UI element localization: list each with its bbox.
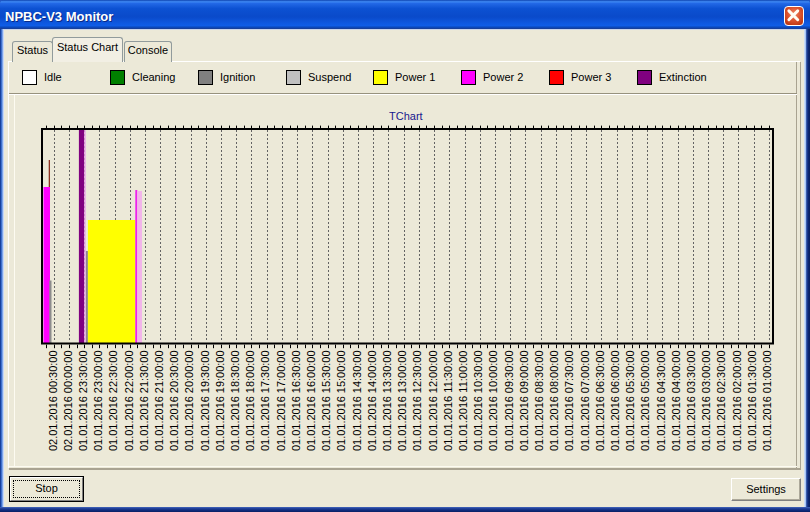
svg-text:01.01.2016 19:30:00: 01.01.2016 19:30:00 bbox=[199, 351, 211, 452]
svg-text:01.01.2016 14:00:00: 01.01.2016 14:00:00 bbox=[366, 351, 378, 452]
svg-text:02.01.2016 00:00:00: 02.01.2016 00:00:00 bbox=[62, 351, 74, 452]
svg-text:01.01.2016 17:00:00: 01.01.2016 17:00:00 bbox=[275, 351, 287, 452]
svg-text:01.01.2016 12:00:00: 01.01.2016 12:00:00 bbox=[427, 351, 439, 452]
svg-text:01.01.2016 07:00:00: 01.01.2016 07:00:00 bbox=[579, 351, 591, 452]
svg-text:01.01.2016 16:00:00: 01.01.2016 16:00:00 bbox=[305, 351, 317, 452]
svg-text:01.01.2016 23:30:00: 01.01.2016 23:30:00 bbox=[77, 351, 89, 452]
svg-text:01.01.2016 18:00:00: 01.01.2016 18:00:00 bbox=[244, 351, 256, 452]
svg-text:02.01.2016 00:30:00: 02.01.2016 00:30:00 bbox=[47, 351, 59, 452]
svg-text:01.01.2016 04:00:00: 01.01.2016 04:00:00 bbox=[670, 351, 682, 452]
svg-text:01.01.2016 11:00:00: 01.01.2016 11:00:00 bbox=[457, 351, 469, 452]
svg-text:01.01.2016 03:30:00: 01.01.2016 03:30:00 bbox=[685, 351, 697, 452]
svg-text:01.01.2016 15:30:00: 01.01.2016 15:30:00 bbox=[320, 351, 332, 452]
svg-text:01.01.2016 22:00:00: 01.01.2016 22:00:00 bbox=[123, 351, 135, 452]
svg-text:01.01.2016 01:30:00: 01.01.2016 01:30:00 bbox=[746, 351, 758, 452]
svg-text:01.01.2016 15:00:00: 01.01.2016 15:00:00 bbox=[335, 351, 347, 452]
svg-text:01.01.2016 08:30:00: 01.01.2016 08:30:00 bbox=[533, 351, 545, 452]
svg-text:01.01.2016 19:00:00: 01.01.2016 19:00:00 bbox=[214, 351, 226, 452]
svg-text:01.01.2016 07:30:00: 01.01.2016 07:30:00 bbox=[563, 351, 575, 452]
svg-text:01.01.2016 05:00:00: 01.01.2016 05:00:00 bbox=[639, 351, 651, 452]
svg-text:01.01.2016 02:00:00: 01.01.2016 02:00:00 bbox=[731, 351, 743, 452]
svg-text:01.01.2016 12:30:00: 01.01.2016 12:30:00 bbox=[411, 351, 423, 452]
svg-text:01.01.2016 11:30:00: 01.01.2016 11:30:00 bbox=[442, 351, 454, 452]
svg-text:01.01.2016 21:00:00: 01.01.2016 21:00:00 bbox=[153, 351, 165, 452]
svg-text:01.01.2016 20:30:00: 01.01.2016 20:30:00 bbox=[168, 351, 180, 452]
svg-text:01.01.2016 20:00:00: 01.01.2016 20:00:00 bbox=[183, 351, 195, 452]
svg-text:01.01.2016 09:00:00: 01.01.2016 09:00:00 bbox=[518, 351, 530, 452]
svg-text:01.01.2016 06:00:00: 01.01.2016 06:00:00 bbox=[609, 351, 621, 452]
svg-text:01.01.2016 10:00:00: 01.01.2016 10:00:00 bbox=[487, 351, 499, 452]
svg-text:01.01.2016 14:30:00: 01.01.2016 14:30:00 bbox=[351, 351, 363, 452]
svg-text:01.01.2016 08:00:00: 01.01.2016 08:00:00 bbox=[548, 351, 560, 452]
svg-text:01.01.2016 04:30:00: 01.01.2016 04:30:00 bbox=[655, 351, 667, 452]
svg-text:01.01.2016 03:00:00: 01.01.2016 03:00:00 bbox=[700, 351, 712, 452]
svg-text:01.01.2016 13:30:00: 01.01.2016 13:30:00 bbox=[381, 351, 393, 452]
svg-text:01.01.2016 06:30:00: 01.01.2016 06:30:00 bbox=[594, 351, 606, 452]
svg-text:01.01.2016 13:00:00: 01.01.2016 13:00:00 bbox=[396, 351, 408, 452]
svg-text:01.01.2016 16:30:00: 01.01.2016 16:30:00 bbox=[290, 351, 302, 452]
svg-text:01.01.2016 23:00:00: 01.01.2016 23:00:00 bbox=[92, 351, 104, 452]
svg-text:01.01.2016 09:30:00: 01.01.2016 09:30:00 bbox=[503, 351, 515, 452]
svg-text:01.01.2016 22:30:00: 01.01.2016 22:30:00 bbox=[107, 351, 119, 452]
svg-text:01.01.2016 10:30:00: 01.01.2016 10:30:00 bbox=[472, 351, 484, 452]
svg-text:01.01.2016 21:30:00: 01.01.2016 21:30:00 bbox=[138, 351, 150, 452]
svg-text:01.01.2016 05:30:00: 01.01.2016 05:30:00 bbox=[624, 351, 636, 452]
svg-text:01.01.2016 02:30:00: 01.01.2016 02:30:00 bbox=[715, 351, 727, 452]
svg-text:01.01.2016 17:30:00: 01.01.2016 17:30:00 bbox=[259, 351, 271, 452]
svg-text:01.01.2016 01:00:00: 01.01.2016 01:00:00 bbox=[761, 351, 773, 452]
svg-text:01.01.2016 18:30:00: 01.01.2016 18:30:00 bbox=[229, 351, 241, 452]
